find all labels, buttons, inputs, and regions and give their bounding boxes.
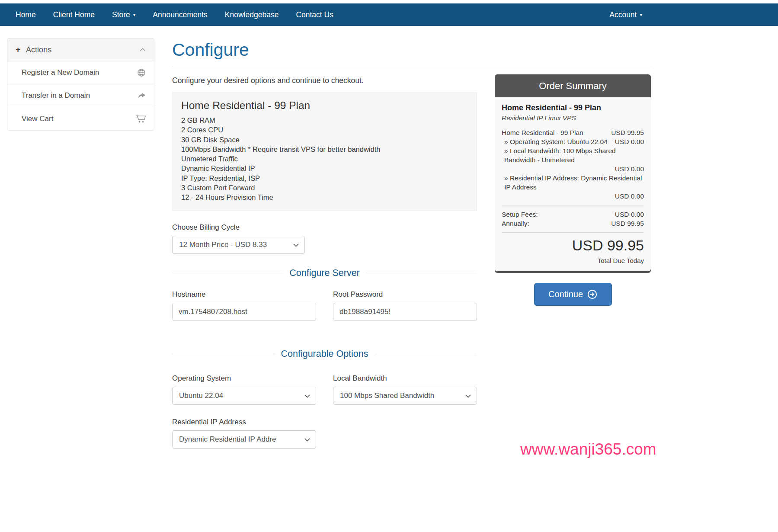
- chevron-down-icon: [304, 391, 310, 400]
- summary-line-item: Home Residential - 99 Plan USD 99.95: [502, 128, 644, 137]
- chevron-up-icon: [140, 48, 146, 51]
- total-due-amount: USD 99.95: [502, 237, 644, 254]
- plus-icon: +: [16, 45, 20, 54]
- actions-panel-header[interactable]: + Actions: [7, 38, 154, 61]
- product-feature: 3 Custom Port Forward: [181, 183, 468, 192]
- hostname-input[interactable]: [172, 303, 316, 321]
- page-title: Configure: [172, 40, 651, 60]
- transfer-icon: [137, 91, 146, 100]
- chevron-down-icon: ▾: [640, 13, 642, 17]
- continue-button[interactable]: Continue: [534, 283, 612, 306]
- nav-item-account[interactable]: Account▾: [601, 3, 651, 26]
- operating-system-select[interactable]: Ubuntu 22.04: [172, 387, 316, 405]
- nav-item-contact-us[interactable]: Contact Us: [287, 3, 342, 26]
- configurable-options-heading: Configurable Options: [172, 349, 477, 359]
- chevron-down-icon: ▾: [133, 13, 136, 17]
- setup-fees-row: Setup Fees: USD 0.00: [502, 210, 644, 219]
- product-feature: 12 - 24 Hours Provision Time: [181, 192, 468, 202]
- local-bandwidth-label: Local Bandwidth: [333, 374, 477, 383]
- product-feature: 2 GB RAM: [181, 115, 468, 125]
- root-password-input[interactable]: [333, 303, 477, 321]
- operating-system-label: Operating System: [172, 374, 316, 383]
- hostname-label: Hostname: [172, 290, 316, 299]
- navbar-inner: Home Client Home Store▾ Announcements Kn…: [7, 3, 651, 26]
- recurring-row: Annually: USD 99.95: [502, 219, 644, 228]
- order-summary-panel: Order Summary Home Residential - 99 Plan…: [495, 74, 651, 271]
- summary-divider: [502, 205, 644, 205]
- product-feature: 2 Cores CPU: [181, 125, 468, 135]
- total-due-caption: Total Due Today: [502, 257, 644, 264]
- nav-item-client-home[interactable]: Client Home: [45, 3, 103, 26]
- top-navbar: Home Client Home Store▾ Announcements Kn…: [0, 3, 778, 26]
- sidebar-item-register-domain[interactable]: Register a New Domain: [7, 61, 154, 84]
- summary-line-item: » Local Bandwidth: 100 Mbps Shared Bandw…: [502, 146, 644, 173]
- sidebar-item-view-cart[interactable]: View Cart: [7, 107, 154, 130]
- globe-icon: [137, 68, 146, 77]
- configure-form: Configure your desired options and conti…: [172, 66, 477, 532]
- page-subtitle: Configure your desired options and conti…: [172, 76, 477, 85]
- summary-divider: [502, 232, 644, 233]
- actions-panel-title: Actions: [26, 45, 51, 54]
- product-feature: 30 GB Disk Space: [181, 135, 468, 144]
- summary-product-name: Home Residential - 99 Plan: [502, 103, 644, 112]
- chevron-down-icon: [304, 435, 310, 444]
- product-name: Home Residential - 99 Plan: [181, 99, 468, 112]
- operating-system-field: Operating System Ubuntu 22.04: [172, 374, 316, 405]
- sidebar-item-transfer-domain[interactable]: Transfer in a Domain: [7, 84, 154, 107]
- summary-line-item: » Operating System: Ubuntu 22.04 USD 0.0…: [502, 137, 644, 146]
- billing-cycle-select[interactable]: 12 Month Price - USD 8.33: [172, 236, 305, 254]
- root-password-label: Root Password: [333, 290, 477, 299]
- nav-item-knowledgebase[interactable]: Knowledgebase: [216, 3, 288, 26]
- configure-server-heading: Configure Server: [172, 268, 477, 279]
- arrow-circle-right-icon: [587, 289, 597, 299]
- chevron-down-icon: [293, 240, 299, 249]
- hostname-field: Hostname: [172, 290, 316, 321]
- summary-product-group: Residential IP Linux VPS: [502, 114, 644, 122]
- order-summary-title: Order Summary: [495, 74, 651, 97]
- billing-cycle-label: Choose Billing Cycle: [172, 223, 477, 232]
- nav-item-announcements[interactable]: Announcements: [144, 3, 216, 26]
- product-feature: Unmetered Traffic: [181, 154, 468, 163]
- billing-cycle-field: Choose Billing Cycle 12 Month Price - US…: [172, 223, 477, 254]
- product-feature: Dynamic Residential IP: [181, 163, 468, 173]
- root-password-field: Root Password: [333, 290, 477, 321]
- order-summary-body: Home Residential - 99 Plan Residential I…: [495, 97, 651, 271]
- local-bandwidth-select[interactable]: 100 Mbps Shared Bandwidth: [333, 387, 477, 405]
- residential-ip-label: Residential IP Address: [172, 418, 316, 426]
- summary-line-item: » Residential IP Address: Dynamic Reside…: [502, 173, 644, 201]
- product-feature: IP Type: Residential, ISP: [181, 173, 468, 183]
- cart-icon: [136, 115, 146, 123]
- local-bandwidth-field: Local Bandwidth 100 Mbps Shared Bandwidt…: [333, 374, 477, 405]
- residential-ip-field: Residential IP Address Dynamic Residenti…: [172, 418, 316, 449]
- residential-ip-select[interactable]: Dynamic Residential IP Addre: [172, 430, 316, 449]
- product-description-panel: Home Residential - 99 Plan 2 GB RAM 2 Co…: [172, 92, 477, 211]
- actions-panel: + Actions Register a New Domain Transfer…: [7, 38, 154, 131]
- product-feature: 100Mbps Bandwidth * Require transit VPS …: [181, 144, 468, 154]
- nav-item-store[interactable]: Store▾: [103, 3, 144, 26]
- nav-item-home[interactable]: Home: [7, 3, 45, 26]
- site-watermark: www.wanji365.com: [520, 440, 656, 458]
- chevron-down-icon: [465, 391, 471, 400]
